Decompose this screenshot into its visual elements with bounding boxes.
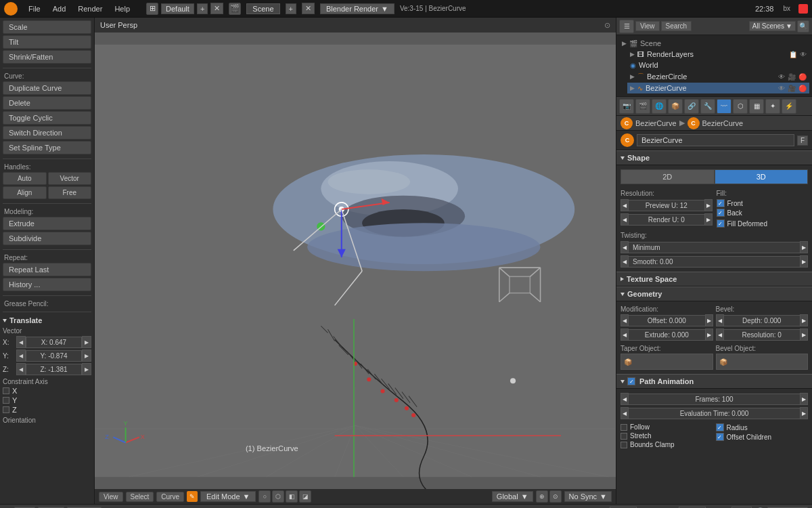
- preview-u-left-btn[interactable]: ◀: [621, 199, 629, 211]
- x-decrease-btn[interactable]: ◀: [16, 336, 26, 348]
- free-handle-button[interactable]: Free: [48, 186, 92, 199]
- follow-checkbox[interactable]: [621, 424, 627, 431]
- screen-icon[interactable]: 🎬: [229, 3, 241, 15]
- outliner-bezier-curve[interactable]: ▶ ∿ BezierCurve 👁 🎥 🔴: [627, 83, 809, 93]
- fill-back-checkbox[interactable]: [717, 209, 725, 217]
- bevel-object-btn[interactable]: 📦: [716, 354, 809, 370]
- global-selector[interactable]: Global ▼: [492, 491, 533, 502]
- x-increase-btn[interactable]: ▶: [82, 336, 91, 348]
- depth-value[interactable]: Depth: 0.000: [724, 315, 800, 326]
- switch-direction-button[interactable]: Switch Direction: [3, 126, 91, 140]
- viewport-close-icon[interactable]: ⊙: [604, 21, 610, 30]
- layout-close-btn[interactable]: ✕: [210, 3, 223, 14]
- outliner-bezier-circle[interactable]: ▶ ⌒ BezierCircle 👁 🎥 🔴: [627, 70, 809, 83]
- texture-props-icon[interactable]: ▦: [749, 99, 764, 114]
- smooth-right-btn[interactable]: ▶: [800, 255, 808, 268]
- z-value-field[interactable]: Z: -1.381: [26, 364, 82, 375]
- duplicate-curve-button[interactable]: Duplicate Curve: [3, 81, 91, 95]
- path-animation-header[interactable]: Path Animation: [616, 374, 812, 389]
- fill-deformed-checkbox[interactable]: [717, 219, 725, 228]
- scene-name[interactable]: Scene: [246, 3, 279, 14]
- vp-select-btn[interactable]: Select: [126, 492, 154, 502]
- twisting-right-btn[interactable]: ▶: [800, 241, 808, 253]
- vp-curve-btn[interactable]: Curve: [156, 492, 184, 502]
- material-props-icon[interactable]: ⬡: [733, 99, 748, 114]
- history-button[interactable]: History ...: [3, 278, 91, 291]
- y-decrease-btn[interactable]: ◀: [16, 350, 26, 362]
- bevel-res-left-btn[interactable]: ◀: [716, 329, 724, 341]
- bezier-curve-render-icon[interactable]: 🔴: [798, 85, 807, 92]
- y-constraint-checkbox[interactable]: [3, 397, 9, 404]
- eval-time-value[interactable]: Evaluation Time: 0.000: [629, 408, 800, 419]
- modifier-props-icon[interactable]: 🔧: [700, 99, 715, 114]
- data-props-icon[interactable]: 〰: [717, 99, 731, 114]
- render-layers-icon-extra[interactable]: 📋: [789, 51, 797, 58]
- menu-add[interactable]: Add: [47, 3, 72, 14]
- set-spline-type-button[interactable]: Set Spline Type: [3, 141, 91, 154]
- outliner-search-icon[interactable]: 🔍: [797, 20, 809, 33]
- radius-checkbox[interactable]: [716, 423, 724, 431]
- render-u-value[interactable]: Render U: 0: [629, 214, 704, 226]
- bevel-res-value[interactable]: Resolution: 0: [724, 329, 800, 341]
- shrink-fatten-button[interactable]: Shrink/Fatten: [3, 50, 91, 64]
- bounds-clamp-checkbox[interactable]: [621, 442, 627, 448]
- render-u-left-btn[interactable]: ◀: [621, 213, 629, 226]
- bezier-circle-render-icon[interactable]: 🔴: [798, 73, 807, 81]
- bezier-curve-eye-icon[interactable]: 👁: [778, 85, 785, 92]
- scenes-selector[interactable]: All Scenes ▼: [749, 21, 796, 31]
- offset-value[interactable]: Offset: 0.000: [629, 315, 705, 326]
- particles-props-icon[interactable]: ✦: [765, 99, 780, 114]
- texture-space-section-header[interactable]: Texture Space: [616, 272, 812, 287]
- bezier-circle-eye-icon[interactable]: 👁: [778, 73, 785, 81]
- twisting-left-btn[interactable]: ◀: [621, 241, 629, 253]
- menu-render[interactable]: Render: [72, 3, 108, 14]
- tilt-button[interactable]: Tilt: [3, 35, 91, 49]
- extrude-left-btn[interactable]: ◀: [621, 329, 629, 341]
- shape-section-header[interactable]: Shape: [616, 150, 812, 165]
- taper-object-btn[interactable]: 📦: [621, 354, 713, 370]
- layout-select[interactable]: Default: [161, 3, 194, 14]
- eval-time-right-btn[interactable]: ▶: [800, 407, 808, 419]
- snap-icon[interactable]: ⊕: [536, 490, 548, 503]
- layout-add-btn[interactable]: +: [197, 3, 208, 14]
- render-props-icon[interactable]: 📷: [619, 99, 634, 114]
- eval-time-left-btn[interactable]: ◀: [621, 407, 629, 419]
- outliner-scene[interactable]: ▶ 🎬 Scene: [619, 38, 809, 49]
- depth-right-btn[interactable]: ▶: [800, 314, 808, 326]
- frames-right-btn[interactable]: ▶: [800, 393, 808, 405]
- breadcrumb-item-1[interactable]: BezierCurve: [635, 119, 677, 127]
- fake-user-flag[interactable]: F: [797, 135, 808, 146]
- bezier-curve-camera-icon[interactable]: 🎥: [788, 85, 796, 92]
- menu-file[interactable]: File: [23, 3, 46, 14]
- mode-selector[interactable]: Edit Mode ▼: [200, 491, 256, 502]
- extrude-value[interactable]: Extrude: 0.000: [629, 329, 705, 341]
- scene-close-btn[interactable]: ✕: [302, 3, 315, 14]
- scene-add-btn[interactable]: +: [286, 3, 296, 14]
- bezier-circle-camera-icon[interactable]: 🎥: [788, 73, 796, 81]
- bevel-res-right-btn[interactable]: ▶: [800, 329, 808, 341]
- outliner-render-layers[interactable]: ▶ 🎞 RenderLayers 📋 👁: [627, 49, 809, 60]
- outliner-icon[interactable]: ☰: [619, 20, 634, 33]
- scale-button[interactable]: Scale: [3, 20, 91, 34]
- solid-shade-icon[interactable]: ○: [258, 490, 271, 503]
- vp-view-btn[interactable]: View: [99, 492, 123, 502]
- extrude-right-btn[interactable]: ▶: [705, 329, 713, 341]
- translate-expand-icon[interactable]: [3, 319, 7, 322]
- scene-props-icon[interactable]: 🎬: [635, 99, 650, 114]
- frames-left-btn[interactable]: ◀: [621, 393, 629, 405]
- material-icon[interactable]: ◪: [299, 490, 311, 503]
- preview-u-right-btn[interactable]: ▶: [704, 199, 713, 211]
- path-anim-enable-checkbox[interactable]: [627, 377, 635, 385]
- object-name-input[interactable]: [637, 134, 794, 146]
- 3d-button[interactable]: 3D: [715, 169, 809, 184]
- delete-button[interactable]: Delete: [3, 96, 91, 110]
- physics-props-icon[interactable]: ⚡: [782, 99, 796, 114]
- offset-children-checkbox[interactable]: [716, 433, 724, 441]
- outliner-world[interactable]: ◉ World: [627, 60, 809, 70]
- smooth-left-btn[interactable]: ◀: [621, 255, 629, 268]
- x-constraint-checkbox[interactable]: [3, 387, 9, 394]
- layout-icon[interactable]: ⊞: [146, 3, 158, 15]
- subdivide-button[interactable]: Subdivide: [3, 232, 91, 245]
- preview-u-value[interactable]: Preview U: 12: [629, 200, 704, 211]
- world-props-icon[interactable]: 🌐: [652, 99, 667, 114]
